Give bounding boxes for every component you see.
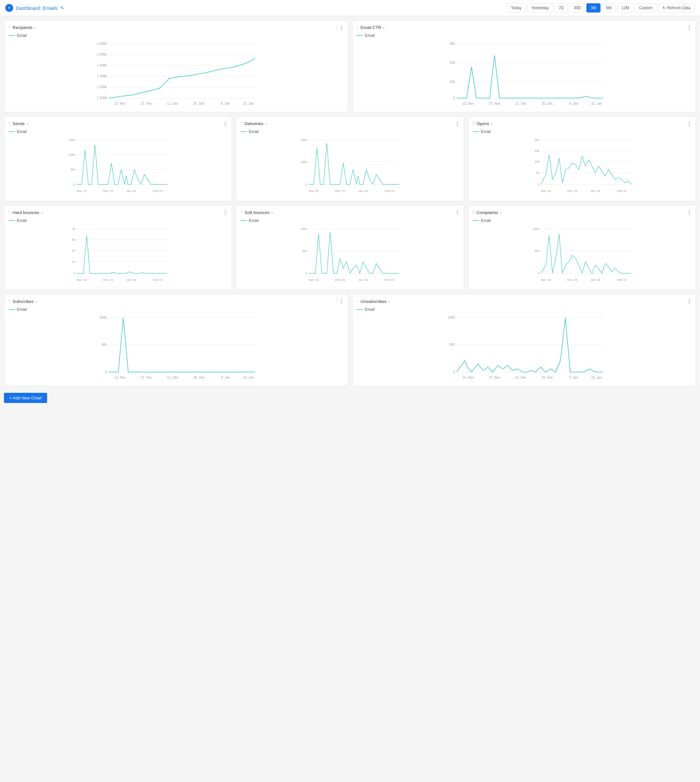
opens-more-button[interactable]: ⋮ xyxy=(687,120,692,127)
svg-text:11. Dec: 11. Dec xyxy=(515,376,527,379)
svg-text:50k: 50k xyxy=(102,343,107,346)
unsubscribes-title-text: Unsubscribes xyxy=(361,299,387,304)
deliveries-legend: Email xyxy=(240,130,460,134)
chevron-right-icon: › xyxy=(35,26,36,30)
refresh-button[interactable]: ↻ Refresh Data xyxy=(658,3,695,13)
chevron-right-icon: › xyxy=(500,211,502,215)
legend-line-icon xyxy=(8,220,15,221)
drag-handle-icon: ⠿ xyxy=(8,122,10,125)
add-chart-button[interactable]: + Add New Chart xyxy=(4,393,47,403)
svg-text:50k: 50k xyxy=(70,168,75,171)
deliveries-legend-label: Email xyxy=(249,130,258,134)
edit-icon[interactable]: ✎ xyxy=(60,5,64,10)
unsubscribes-title[interactable]: ⠿ Unsubscribes › xyxy=(357,299,390,304)
soft-bounces-card: ⠿ Soft bounces › ⋮ Email 1000 500 0 xyxy=(236,205,464,290)
recipients-more-button[interactable]: ⋮ xyxy=(338,24,344,31)
opens-legend: Email xyxy=(472,130,692,134)
deliveries-chart: 200k 100k 0 Nov '23 Dec '23 Jan '24 Feb … xyxy=(240,136,460,197)
recipients-card-header: ⠿ Recipients › ⋮ xyxy=(8,24,344,31)
sends-title-text: Sends xyxy=(13,121,25,126)
email-ctr-title[interactable]: ⠿ Email CTR › xyxy=(357,25,385,30)
svg-text:8. Jan: 8. Jan xyxy=(569,102,578,105)
hard-bounces-more-button[interactable]: ⋮ xyxy=(222,210,228,216)
email-ctr-title-text: Email CTR xyxy=(361,25,382,30)
svg-text:0: 0 xyxy=(538,183,539,186)
time-btn-yesterday[interactable]: Yesterday xyxy=(527,3,553,13)
recipients-legend-label: Email xyxy=(17,33,27,38)
svg-text:11. Dec: 11. Dec xyxy=(515,102,527,105)
svg-text:5k: 5k xyxy=(536,171,539,175)
svg-text:100k: 100k xyxy=(69,153,75,156)
drag-handle-icon: ⠿ xyxy=(8,299,10,303)
sends-more-button[interactable]: ⋮ xyxy=(222,120,228,127)
email-ctr-chart: 30k 20k 10k 0 13. Nov 27. Nov 11. Dec 25… xyxy=(357,40,692,107)
opens-title[interactable]: ⠿ Opens › xyxy=(472,121,492,126)
svg-text:Nov '23: Nov '23 xyxy=(309,189,318,193)
row-3: ⠿ Hard bounces › ⋮ Email 4k 3k xyxy=(4,205,696,290)
legend-line-icon xyxy=(357,35,363,36)
header-title: Dashboard: Emails xyxy=(16,5,58,11)
sends-chart: 150k 100k 50k 0 Nov '23 Dec '23 Jan '24 … xyxy=(8,136,228,197)
soft-bounces-title[interactable]: ⠿ Soft bounces › xyxy=(240,210,273,215)
legend-line-icon xyxy=(472,131,479,132)
opens-card-header: ⠿ Opens › ⋮ xyxy=(472,120,692,127)
svg-text:0: 0 xyxy=(73,272,75,275)
unsubscribes-card: ⠿ Unsubscribes › ⋮ Email 1000 500 0 xyxy=(352,294,697,386)
email-ctr-more-button[interactable]: ⋮ xyxy=(687,24,692,31)
drag-handle-icon: ⠿ xyxy=(472,211,475,215)
sends-title[interactable]: ⠿ Sends › xyxy=(8,121,28,126)
svg-text:27. Nov: 27. Nov xyxy=(489,102,500,105)
subscribes-more-button[interactable]: ⋮ xyxy=(338,298,344,304)
time-btn-6m[interactable]: 6M xyxy=(602,3,616,13)
legend-line-icon xyxy=(472,220,479,221)
logo-icon: + xyxy=(5,4,13,12)
svg-text:13. Nov: 13. Nov xyxy=(114,102,125,105)
deliveries-title[interactable]: ⠿ Deliveries › xyxy=(240,121,267,126)
svg-text:Feb '24: Feb '24 xyxy=(617,189,627,193)
soft-bounces-more-button[interactable]: ⋮ xyxy=(455,210,460,216)
hard-bounces-title[interactable]: ⠿ Hard bounces › xyxy=(8,210,42,215)
time-btn-today[interactable]: Today xyxy=(507,3,526,13)
legend-line-icon xyxy=(8,309,15,310)
svg-text:Jan '24: Jan '24 xyxy=(590,189,600,193)
svg-text:Nov '23: Nov '23 xyxy=(541,189,551,193)
hard-bounces-card: ⠿ Hard bounces › ⋮ Email 4k 3k xyxy=(4,205,232,290)
subscribes-title[interactable]: ⠿ Subscribes › xyxy=(8,299,37,304)
recipients-chart: 1 600k 1 500k 1 400k 1 300k 1 200k 1 100… xyxy=(8,40,344,107)
recipients-title[interactable]: ⠿ Recipients › xyxy=(8,25,35,30)
time-btn-7d[interactable]: 7D xyxy=(554,3,568,13)
drag-handle-icon: ⠿ xyxy=(357,26,359,29)
opens-title-text: Opens xyxy=(477,121,489,126)
refresh-icon: ↻ xyxy=(662,6,666,10)
drag-handle-icon: ⠿ xyxy=(240,211,242,215)
svg-text:4k: 4k xyxy=(72,227,75,230)
drag-handle-icon: ⠿ xyxy=(8,211,10,215)
time-btn-3m[interactable]: 3M xyxy=(587,3,600,13)
unsubscribes-more-button[interactable]: ⋮ xyxy=(687,298,692,304)
sends-legend: Email xyxy=(8,130,228,134)
sends-card: ⠿ Sends › ⋮ Email 150k 100k 50k xyxy=(4,116,232,201)
hard-bounces-legend-label: Email xyxy=(17,218,27,223)
svg-text:13. Nov: 13. Nov xyxy=(462,102,474,105)
complaints-more-button[interactable]: ⋮ xyxy=(687,210,692,216)
sends-legend-label: Email xyxy=(17,130,27,134)
time-btn-30d[interactable]: 30D xyxy=(569,3,585,13)
svg-text:Jan '24: Jan '24 xyxy=(358,189,368,193)
row-1: ⠿ Recipients › ⋮ Email xyxy=(4,20,696,112)
dashboard-name: Emails xyxy=(43,5,58,11)
time-btn-12m[interactable]: 12M xyxy=(617,3,633,13)
svg-text:0: 0 xyxy=(538,272,539,275)
svg-text:Feb '24: Feb '24 xyxy=(153,189,162,193)
hard-bounces-legend: Email xyxy=(8,218,228,223)
hard-bounces-chart: 4k 3k 2k 1k 0 Nov '23 Dec '23 Jan '24 Fe… xyxy=(8,226,228,286)
deliveries-more-button[interactable]: ⋮ xyxy=(455,120,460,127)
svg-text:1 400k: 1 400k xyxy=(97,63,107,67)
svg-text:1000: 1000 xyxy=(533,227,539,230)
time-btn-custom[interactable]: Custom xyxy=(635,3,657,13)
drag-handle-icon: ⠿ xyxy=(240,122,242,125)
drag-handle-icon: ⠿ xyxy=(472,122,475,125)
chevron-right-icon: › xyxy=(491,122,492,126)
recipients-title-text: Recipients xyxy=(13,25,33,30)
complaints-title[interactable]: ⠿ Complaints › xyxy=(472,210,502,215)
svg-text:Feb '24: Feb '24 xyxy=(153,278,162,281)
